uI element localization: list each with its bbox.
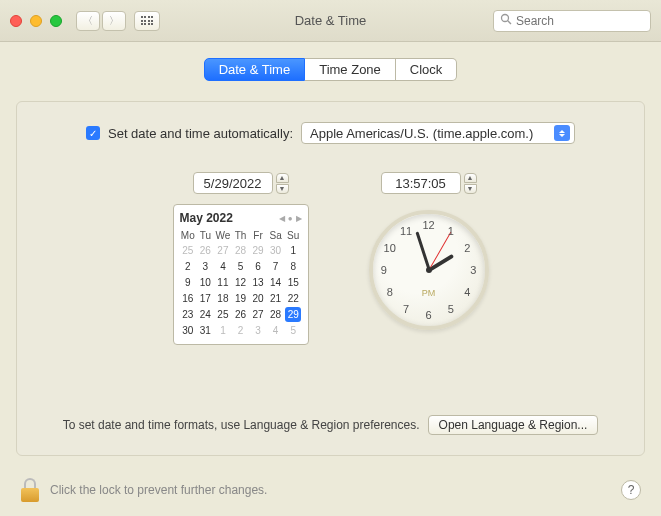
calendar-day[interactable]: 23	[180, 307, 197, 322]
calendar-day[interactable]: 25	[180, 243, 197, 258]
calendar-day[interactable]: 12	[232, 275, 249, 290]
chevron-right-icon: 〉	[109, 14, 119, 28]
auto-checkbox[interactable]: ✓	[86, 126, 100, 140]
calendar-day[interactable]: 30	[267, 243, 284, 258]
date-step-up[interactable]: ▲	[276, 173, 289, 183]
calendar-dow: Th	[232, 229, 249, 242]
calendar-day[interactable]: 22	[285, 291, 302, 306]
time-server-value: Apple Americas/U.S. (time.apple.com.)	[310, 126, 533, 141]
calendar-day[interactable]: 5	[285, 323, 302, 338]
auto-date-time-row: ✓ Set date and time automatically: Apple…	[41, 122, 620, 144]
calendar-grid: MoTuWeThFrSaSu25262728293012345678910111…	[180, 229, 302, 338]
zoom-window-button[interactable]	[50, 15, 62, 27]
calendar-day[interactable]: 1	[215, 323, 232, 338]
date-step-down[interactable]: ▼	[276, 184, 289, 194]
calendar-day[interactable]: 10	[197, 275, 214, 290]
chevron-left-icon: 〈	[83, 14, 93, 28]
calendar-today-icon[interactable]: ●	[288, 214, 293, 223]
calendar-prev-icon[interactable]: ◀	[279, 214, 285, 223]
calendar-day[interactable]: 29	[285, 307, 302, 322]
calendar-day[interactable]: 15	[285, 275, 302, 290]
clock-numeral: 6	[425, 309, 431, 321]
calendar-day[interactable]: 2	[232, 323, 249, 338]
search-input[interactable]	[516, 14, 661, 28]
calendar-day[interactable]: 19	[232, 291, 249, 306]
calendar-day[interactable]: 1	[285, 243, 302, 258]
svg-line-1	[508, 21, 511, 24]
tab-clock[interactable]: Clock	[396, 58, 458, 81]
search-field[interactable]	[493, 10, 651, 32]
calendar-day[interactable]: 4	[215, 259, 232, 274]
calendar-dow: Sa	[267, 229, 284, 242]
minimize-window-button[interactable]	[30, 15, 42, 27]
close-window-button[interactable]	[10, 15, 22, 27]
calendar-day[interactable]: 28	[232, 243, 249, 258]
calendar-day[interactable]: 26	[197, 243, 214, 258]
minute-hand	[415, 232, 430, 271]
nav-buttons: 〈 〉	[76, 11, 126, 31]
clock-numeral: 10	[384, 242, 396, 254]
search-icon	[500, 13, 512, 28]
calendar[interactable]: May 2022 ◀ ● ▶ MoTuWeThFrSaSu25262728293…	[173, 204, 309, 345]
time-step-down[interactable]: ▼	[464, 184, 477, 194]
calendar-day[interactable]: 3	[197, 259, 214, 274]
calendar-dow: Su	[285, 229, 302, 242]
time-step-up[interactable]: ▲	[464, 173, 477, 183]
content: Date & Time Time Zone Clock ✓ Set date a…	[0, 42, 661, 456]
calendar-day[interactable]: 8	[285, 259, 302, 274]
date-field[interactable]: 5/29/2022	[193, 172, 273, 194]
calendar-day[interactable]: 31	[197, 323, 214, 338]
clock-numeral: 3	[470, 264, 476, 276]
panel-footer: To set date and time formats, use Langua…	[41, 415, 620, 435]
tab-time-zone[interactable]: Time Zone	[305, 58, 396, 81]
clock-ampm: PM	[422, 288, 436, 298]
calendar-day[interactable]: 14	[267, 275, 284, 290]
calendar-day[interactable]: 21	[267, 291, 284, 306]
help-button[interactable]: ?	[621, 480, 641, 500]
clock-numeral: 2	[464, 242, 470, 254]
tab-control: Date & Time Time Zone Clock	[16, 58, 645, 81]
calendar-day[interactable]: 4	[267, 323, 284, 338]
lock-row: Click the lock to prevent further change…	[20, 478, 641, 502]
calendar-day[interactable]: 16	[180, 291, 197, 306]
time-stepper-arrows: ▲ ▼	[464, 173, 477, 194]
calendar-day[interactable]: 26	[232, 307, 249, 322]
calendar-day[interactable]: 24	[197, 307, 214, 322]
calendar-day[interactable]: 30	[180, 323, 197, 338]
window-title: Date & Time	[295, 13, 367, 28]
calendar-day[interactable]: 13	[250, 275, 267, 290]
calendar-day[interactable]: 28	[267, 307, 284, 322]
analog-clock: PM 123456789101112	[369, 210, 489, 330]
calendar-day[interactable]: 7	[267, 259, 284, 274]
calendar-day[interactable]: 29	[250, 243, 267, 258]
format-note: To set date and time formats, use Langua…	[63, 418, 420, 432]
lock-label: Click the lock to prevent further change…	[50, 483, 267, 497]
calendar-day[interactable]: 6	[250, 259, 267, 274]
open-language-region-button[interactable]: Open Language & Region...	[428, 415, 599, 435]
calendar-day[interactable]: 20	[250, 291, 267, 306]
calendar-day[interactable]: 9	[180, 275, 197, 290]
calendar-day[interactable]: 11	[215, 275, 232, 290]
time-field[interactable]: 13:57:05	[381, 172, 461, 194]
calendar-day[interactable]: 3	[250, 323, 267, 338]
back-button[interactable]: 〈	[76, 11, 100, 31]
calendar-day[interactable]: 5	[232, 259, 249, 274]
calendar-day[interactable]: 17	[197, 291, 214, 306]
lock-icon[interactable]	[20, 478, 40, 502]
show-all-button[interactable]	[134, 11, 160, 31]
calendar-day[interactable]: 18	[215, 291, 232, 306]
calendar-next-icon[interactable]: ▶	[296, 214, 302, 223]
calendar-day[interactable]: 2	[180, 259, 197, 274]
date-stepper-arrows: ▲ ▼	[276, 173, 289, 194]
clock-numeral: 9	[381, 264, 387, 276]
calendar-dow: Mo	[180, 229, 197, 242]
clock-numeral: 1	[448, 225, 454, 237]
calendar-day[interactable]: 27	[250, 307, 267, 322]
tab-date-time[interactable]: Date & Time	[204, 58, 306, 81]
clock-numeral: 8	[387, 286, 393, 298]
calendar-day[interactable]: 27	[215, 243, 232, 258]
auto-label: Set date and time automatically:	[108, 126, 293, 141]
forward-button[interactable]: 〉	[102, 11, 126, 31]
time-server-dropdown[interactable]: Apple Americas/U.S. (time.apple.com.)	[301, 122, 575, 144]
calendar-day[interactable]: 25	[215, 307, 232, 322]
